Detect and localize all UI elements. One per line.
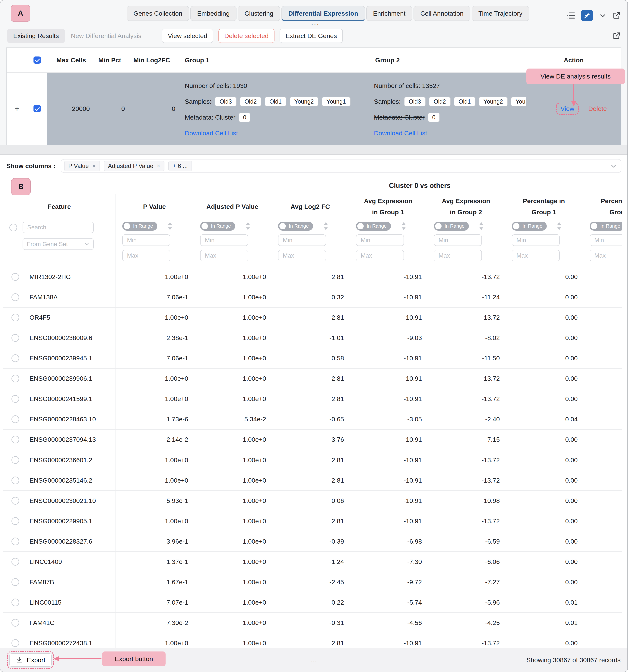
- sort-control[interactable]: [479, 222, 484, 230]
- max-filter-input[interactable]: [356, 250, 404, 261]
- table-row[interactable]: MIR1302-2HG 1.00e+0 1.00e+0 2.81 -10.91 …: [3, 267, 622, 287]
- module-tab[interactable]: Embedding: [191, 6, 236, 21]
- sort-control[interactable]: [401, 222, 406, 230]
- open-external-icon[interactable]: [612, 32, 621, 40]
- table-row[interactable]: FAM41C 7.30e-2 1.00e+0 -0.31 -4.56 -4.25…: [3, 613, 622, 633]
- max-filter-input[interactable]: [122, 250, 170, 261]
- min-filter-input[interactable]: [122, 234, 170, 246]
- row-checkbox[interactable]: [11, 375, 19, 382]
- min-filter-input[interactable]: [356, 234, 404, 246]
- row-checkbox[interactable]: [11, 639, 19, 647]
- module-tab[interactable]: Cell Annotation: [413, 6, 470, 21]
- view-selected-button[interactable]: View selected: [162, 29, 213, 43]
- list-icon[interactable]: [566, 12, 575, 19]
- table-row[interactable]: ENSG00000239906.1 1.00e+0 1.00e+0 2.81 -…: [3, 369, 622, 389]
- download-cell-list-link[interactable]: Download Cell List: [374, 129, 427, 137]
- sample-chip[interactable]: Young2: [479, 97, 507, 106]
- download-cell-list-link[interactable]: Download Cell List: [185, 129, 238, 137]
- table-row[interactable]: ENSG00000230021.10 5.93e-1 1.00e+0 0.06 …: [3, 491, 622, 511]
- table-row[interactable]: LINC01409 1.37e-1 1.00e+0 -1.24 -7.30 -6…: [3, 552, 622, 572]
- footer-overflow-indicator[interactable]: ...: [311, 656, 317, 664]
- column-chip[interactable]: P Value ×: [64, 161, 100, 171]
- in-range-toggle[interactable]: In Range: [434, 222, 469, 231]
- row-checkbox[interactable]: [11, 456, 19, 464]
- export-button[interactable]: Export: [9, 653, 52, 667]
- row-checkbox[interactable]: [11, 293, 19, 301]
- table-row[interactable]: ENSG00000241599.1 1.00e+0 1.00e+0 2.81 -…: [3, 389, 622, 409]
- module-tab[interactable]: Clustering: [237, 6, 280, 21]
- sample-chip[interactable]: Young1: [322, 97, 351, 106]
- module-tab[interactable]: Time Trajectory: [472, 6, 529, 21]
- max-filter-input[interactable]: [434, 250, 482, 261]
- delete-selected-button[interactable]: Delete selected: [219, 29, 275, 43]
- module-tab[interactable]: Genes Collection: [127, 6, 189, 21]
- sort-control[interactable]: [557, 222, 561, 230]
- row-checkbox[interactable]: [11, 436, 19, 443]
- min-filter-input[interactable]: [278, 234, 326, 246]
- in-range-toggle[interactable]: In Range: [122, 222, 157, 231]
- table-row[interactable]: ENSG00000272438.1 1.00e+0 1.00e+0 2.81 -…: [3, 633, 622, 648]
- table-row[interactable]: ENSG00000239945.1 7.06e-1 1.00e+0 0.58 -…: [3, 348, 622, 369]
- select-all-checkbox[interactable]: [9, 224, 17, 232]
- module-tab[interactable]: Enrichment: [366, 6, 412, 21]
- table-row[interactable]: FAM87B 1.67e-1 1.00e+0 -2.45 -9.72 -7.27…: [3, 572, 622, 592]
- gene-set-select[interactable]: From Gene Set: [23, 238, 94, 250]
- sample-chip[interactable]: Young2: [290, 97, 318, 106]
- row-checkbox[interactable]: [11, 619, 19, 627]
- delete-button[interactable]: Delete: [588, 105, 607, 113]
- row-checkbox[interactable]: [11, 395, 19, 403]
- in-range-toggle[interactable]: In Range: [278, 222, 313, 231]
- sample-chip[interactable]: Old1: [454, 97, 475, 106]
- tabs-overflow-indicator[interactable]: ...: [311, 19, 320, 27]
- pin-icon[interactable]: [581, 10, 593, 21]
- row-checkbox[interactable]: [11, 354, 19, 362]
- sample-chip[interactable]: Old2: [429, 97, 450, 106]
- sample-chip[interactable]: Old2: [240, 97, 261, 106]
- min-filter-input[interactable]: [200, 234, 248, 246]
- chevron-down-icon[interactable]: [599, 12, 606, 19]
- in-range-toggle[interactable]: In Range: [200, 222, 235, 231]
- show-columns-select[interactable]: P Value × Adjusted P Value × + 6 ...: [61, 159, 622, 173]
- close-icon[interactable]: ×: [92, 163, 96, 169]
- table-row[interactable]: ENSG00000236601.2 1.00e+0 1.00e+0 2.81 -…: [3, 450, 622, 470]
- row-checkbox[interactable]: [33, 105, 41, 113]
- max-filter-input[interactable]: [200, 250, 248, 261]
- max-filter-input[interactable]: [278, 250, 326, 261]
- close-icon[interactable]: ×: [157, 163, 160, 169]
- min-filter-input[interactable]: [589, 234, 622, 246]
- sample-chip[interactable]: Old3: [404, 97, 426, 106]
- min-filter-input[interactable]: [434, 234, 482, 246]
- table-row[interactable]: ENSG00000229905.1 1.00e+0 1.00e+0 2.81 -…: [3, 511, 622, 531]
- in-range-toggle[interactable]: In Range: [589, 222, 622, 231]
- feature-search-input[interactable]: [23, 222, 94, 233]
- sample-chip[interactable]: Old1: [265, 97, 286, 106]
- extract-de-genes-button[interactable]: Extract DE Genes: [280, 29, 343, 43]
- table-row[interactable]: ENSG00000237094.13 2.14e-2 1.00e+0 -3.76…: [3, 430, 622, 450]
- table-row[interactable]: LINC00115 7.07e-1 1.00e+0 0.22 -5.74 -5.…: [3, 592, 622, 613]
- expand-row-button[interactable]: +: [7, 73, 27, 145]
- sort-control[interactable]: [168, 222, 172, 230]
- open-external-icon[interactable]: [612, 11, 621, 20]
- row-checkbox[interactable]: [11, 415, 19, 423]
- table-row[interactable]: ENSG00000238009.6 2.38e-1 1.00e+0 -1.01 …: [3, 328, 622, 348]
- group1-metadata-value-chip[interactable]: 0: [239, 113, 250, 122]
- row-checkbox[interactable]: [11, 558, 19, 566]
- in-range-toggle[interactable]: In Range: [512, 222, 547, 231]
- tab-existing-results[interactable]: Existing Results: [7, 29, 65, 43]
- row-checkbox[interactable]: [11, 578, 19, 586]
- sample-chip[interactable]: Old3: [215, 97, 236, 106]
- max-filter-input[interactable]: [589, 250, 622, 261]
- table-row[interactable]: ENSG00000235146.2 1.00e+0 1.00e+0 2.81 -…: [3, 470, 622, 491]
- more-columns-chip[interactable]: + 6 ...: [168, 161, 192, 171]
- tab-new-differential-analysis[interactable]: New Differential Analysis: [69, 29, 147, 43]
- module-tab[interactable]: Differential Expression: [281, 6, 365, 21]
- table-row[interactable]: FAM138A 7.06e-1 1.00e+0 0.32 -10.91 -11.…: [3, 287, 622, 308]
- sort-control[interactable]: [246, 222, 250, 230]
- row-checkbox[interactable]: [11, 517, 19, 525]
- sort-control[interactable]: [323, 222, 328, 230]
- row-checkbox[interactable]: [11, 314, 19, 321]
- column-chip[interactable]: Adjusted P Value ×: [104, 161, 165, 171]
- group2-metadata-value-chip[interactable]: 0: [428, 113, 440, 122]
- table-row[interactable]: OR4F5 1.00e+0 1.00e+0 2.81 -10.91 -13.72…: [3, 308, 622, 328]
- min-filter-input[interactable]: [512, 234, 560, 246]
